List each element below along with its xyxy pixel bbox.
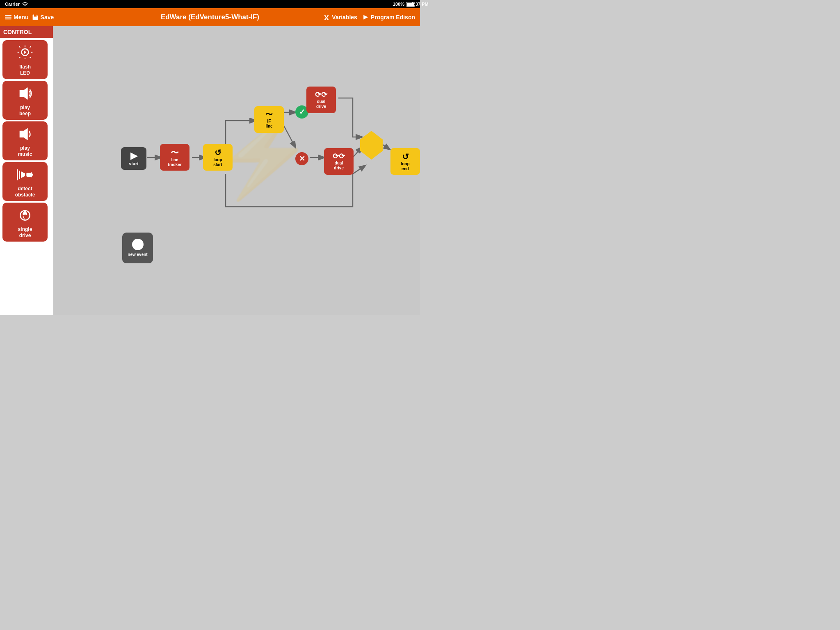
line-tracker-icon: 〜 <box>171 148 179 158</box>
menu-button[interactable]: Menu <box>5 14 29 21</box>
start-label: start <box>129 161 139 167</box>
svg-marker-15 <box>20 128 28 140</box>
svg-rect-2 <box>5 18 11 19</box>
start-play-icon: ▶ <box>130 151 137 161</box>
program-label: Program Edison <box>371 14 415 21</box>
sidebar-item-play-beep[interactable]: playbeep <box>2 81 48 120</box>
sidebar-item-single-drive[interactable]: singledrive <box>2 203 48 242</box>
variables-label: Variables <box>332 14 357 21</box>
node-merge[interactable] <box>360 131 383 160</box>
play-music-icon: ♪ ♩ <box>16 125 34 144</box>
loop-end-label: loopend <box>401 162 409 171</box>
svg-line-11 <box>30 46 31 48</box>
new-event-label: new event <box>128 252 147 257</box>
new-event-circle <box>132 239 144 250</box>
connector-x[interactable]: ✕ <box>295 152 308 165</box>
play-beep-label: playbeep <box>19 105 31 116</box>
menu-label: Menu <box>14 14 29 21</box>
svg-rect-1 <box>5 17 11 18</box>
sidebar-items: flashLED playbeep <box>0 38 53 244</box>
svg-line-9 <box>19 46 21 48</box>
sidebar: CONTROL <box>0 26 53 315</box>
status-right: 100% <box>393 2 415 7</box>
battery-bar <box>406 2 415 7</box>
variables-button[interactable]: Variables <box>323 14 357 21</box>
watermark: ⚡ <box>219 129 309 221</box>
svg-marker-3 <box>363 15 368 19</box>
toolbar-title: EdWare (EdVenture5-What-IF) <box>161 13 259 21</box>
single-drive-icon <box>16 206 34 225</box>
node-line-tracker[interactable]: 〜 linetracker <box>160 144 189 171</box>
dual-drive-top-icon: ⟳⟳ <box>315 91 327 100</box>
toolbar-right: Variables Program Edison <box>323 14 415 21</box>
svg-line-12 <box>19 57 21 58</box>
toolbar: Menu Save EdWare (EdVenture5-What-IF) Va… <box>0 8 420 26</box>
canvas-area: ⚡ <box>53 26 420 315</box>
svg-marker-14 <box>20 87 28 100</box>
main-layout: CONTROL <box>0 26 420 315</box>
play-music-label: playmusic <box>18 145 32 157</box>
sidebar-item-detect-obstacle[interactable]: detectobstacle <box>2 162 48 201</box>
svg-marker-20 <box>21 171 25 178</box>
svg-rect-0 <box>5 15 11 16</box>
program-button[interactable]: Program Edison <box>362 14 415 21</box>
sidebar-item-flash-led[interactable]: flashLED <box>2 40 48 79</box>
play-beep-icon <box>16 84 34 103</box>
status-left: Carrier <box>5 2 28 7</box>
if-line-label: IFline <box>265 119 272 129</box>
node-dual-drive-top[interactable]: ⟳⟳ dualdrive <box>306 87 336 113</box>
flow-connections <box>53 26 420 315</box>
svg-text:♩: ♩ <box>30 133 32 137</box>
battery-percent: 100% <box>393 2 404 7</box>
node-dual-drive-bottom[interactable]: ⟳⟳ dualdrive <box>324 148 354 175</box>
single-drive-label: singledrive <box>18 226 32 238</box>
wifi-icon <box>22 2 28 7</box>
detect-obstacle-icon <box>16 165 34 184</box>
toolbar-left: Menu Save <box>5 14 54 21</box>
svg-rect-21 <box>26 173 32 177</box>
loop-start-label: loopstart <box>213 158 222 167</box>
status-bar: Carrier 6:37 PM 100% <box>0 0 420 8</box>
loop-start-icon: ↺ <box>215 148 221 158</box>
dual-drive-bottom-icon: ⟳⟳ <box>333 152 345 161</box>
svg-marker-22 <box>31 172 33 177</box>
node-if-line[interactable]: 〜 IFline <box>254 106 284 133</box>
save-button[interactable]: Save <box>32 14 54 21</box>
svg-line-10 <box>30 57 31 58</box>
sidebar-header: CONTROL <box>0 26 53 38</box>
flash-led-icon <box>16 43 34 62</box>
line-tracker-label: linetracker <box>168 158 181 167</box>
loop-end-icon: ↺ <box>402 152 409 162</box>
save-label: Save <box>41 14 54 21</box>
svg-line-29 <box>282 123 295 147</box>
node-loop-end[interactable]: ↺ loopend <box>390 148 420 175</box>
detect-obstacle-label: detectobstacle <box>15 186 35 198</box>
svg-marker-13 <box>24 50 27 54</box>
node-new-event[interactable]: new event <box>122 233 153 263</box>
node-start[interactable]: ▶ start <box>121 147 146 170</box>
node-loop-start[interactable]: ↺ loopstart <box>203 144 233 171</box>
sidebar-item-play-music[interactable]: ♪ ♩ playmusic <box>2 121 48 160</box>
if-line-icon: 〜 <box>265 110 273 119</box>
dual-drive-top-label: dualdrive <box>316 99 326 109</box>
dual-drive-bottom-label: dualdrive <box>334 161 344 171</box>
carrier-label: Carrier <box>5 2 20 7</box>
flash-led-label: flashLED <box>19 64 31 76</box>
